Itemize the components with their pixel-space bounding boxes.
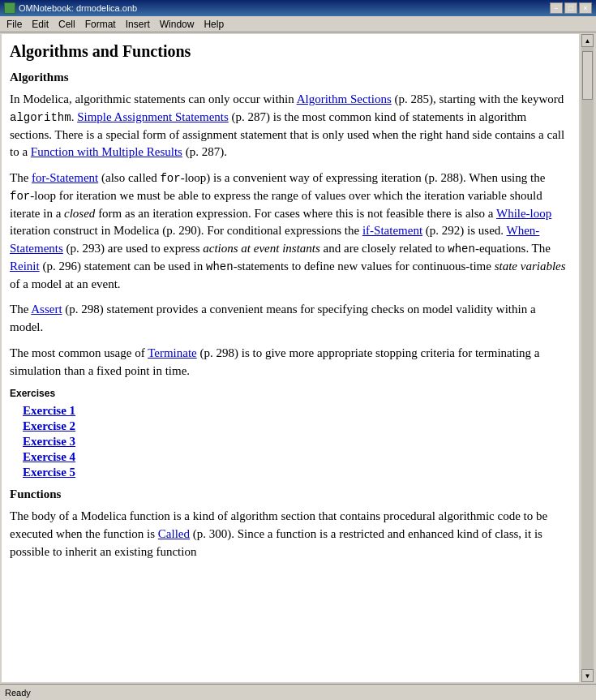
- link-function-multiple-results[interactable]: Function with Multiple Results: [31, 145, 182, 158]
- code-for-2: for: [10, 190, 30, 203]
- menu-format[interactable]: Format: [80, 17, 121, 32]
- paragraph-2: The for-Statement (also called for-loop)…: [10, 170, 568, 293]
- code-for: for: [160, 172, 180, 185]
- link-called[interactable]: Called: [158, 527, 190, 540]
- link-assert[interactable]: Assert: [31, 303, 62, 316]
- exercise-5-link[interactable]: Exercise 5: [23, 466, 75, 479]
- link-terminate[interactable]: Terminate: [148, 346, 197, 359]
- link-simple-assignment[interactable]: Simple Assignment Statements: [77, 110, 229, 123]
- code-when: when: [448, 243, 475, 256]
- list-item: Exercise 4: [23, 450, 568, 464]
- text-actions-event: actions at event instants: [203, 242, 320, 255]
- scrollbar[interactable]: ▲ ▼: [581, 34, 594, 682]
- maximize-button[interactable]: □: [564, 2, 577, 14]
- content-area: Algorithms and Functions Algorithms In M…: [2, 34, 579, 682]
- titlebar: OMNotebook: drmodelica.onb − □ ×: [0, 0, 596, 16]
- minimize-button[interactable]: −: [550, 2, 563, 14]
- section-heading-functions: Functions: [10, 487, 568, 501]
- menu-file[interactable]: File: [2, 17, 27, 32]
- close-button[interactable]: ×: [579, 2, 592, 14]
- link-while-loop[interactable]: While-loop: [496, 207, 551, 220]
- list-item: Exercise 1: [23, 404, 568, 418]
- list-item: Exercise 5: [23, 466, 568, 479]
- menu-edit[interactable]: Edit: [27, 17, 54, 32]
- code-algorithm: algorithm: [10, 111, 71, 124]
- menu-window[interactable]: Window: [155, 17, 199, 32]
- titlebar-title: OMNotebook: drmodelica.onb: [4, 2, 137, 14]
- page-title: Algorithms and Functions: [10, 42, 568, 61]
- link-if-statement[interactable]: if-Statement: [362, 224, 422, 237]
- exercises-heading: Exercises: [10, 388, 568, 399]
- list-item: Exercise 3: [23, 435, 568, 449]
- menu-cell[interactable]: Cell: [54, 17, 80, 32]
- exercise-list: Exercise 1 Exercise 2 Exercise 3 Exercis…: [23, 404, 568, 479]
- exercise-4-link[interactable]: Exercise 4: [23, 450, 75, 463]
- text-state-variables: state variables: [495, 260, 566, 273]
- code-when-2: when: [206, 260, 234, 273]
- functions-paragraph-1: The body of a Modelica function is a kin…: [10, 508, 568, 560]
- menubar: File Edit Cell Format Insert Window Help: [0, 16, 596, 32]
- app-icon: [4, 2, 15, 14]
- status-text: Ready: [5, 688, 31, 698]
- document-content: Algorithms and Functions Algorithms In M…: [2, 34, 579, 682]
- window-body: Algorithms and Functions Algorithms In M…: [0, 32, 596, 684]
- exercise-3-link[interactable]: Exercise 3: [23, 435, 75, 448]
- paragraph-4: The most common usage of Terminate (p. 2…: [10, 345, 568, 380]
- exercise-2-link[interactable]: Exercise 2: [23, 419, 75, 432]
- statusbar: Ready: [0, 684, 596, 700]
- exercise-1-link[interactable]: Exercise 1: [23, 404, 75, 417]
- titlebar-buttons[interactable]: − □ ×: [550, 2, 592, 14]
- scrollbar-groove[interactable]: [581, 47, 594, 669]
- window-title: OMNotebook: drmodelica.onb: [19, 3, 137, 13]
- link-reinit[interactable]: Reinit: [10, 260, 40, 273]
- menu-insert[interactable]: Insert: [121, 17, 155, 32]
- list-item: Exercise 2: [23, 419, 568, 433]
- paragraph-1: In Modelica, algorithmic statements can …: [10, 91, 568, 161]
- link-for-statement[interactable]: for-Statement: [32, 171, 98, 184]
- section-heading-algorithms: Algorithms: [10, 71, 568, 84]
- scroll-down-button[interactable]: ▼: [581, 669, 594, 682]
- scroll-up-button[interactable]: ▲: [581, 34, 594, 47]
- text-closed: closed: [64, 207, 95, 220]
- paragraph-3: The Assert (p. 298) statement provides a…: [10, 301, 568, 337]
- link-algorithm-sections[interactable]: Algorithm Sections: [297, 92, 392, 105]
- scrollbar-thumb[interactable]: [582, 51, 593, 100]
- menu-help[interactable]: Help: [199, 17, 229, 32]
